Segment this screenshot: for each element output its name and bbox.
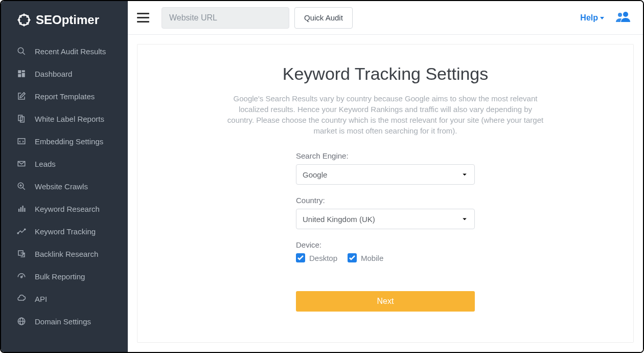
bar-chart-icon bbox=[16, 204, 27, 214]
settings-form: Search Engine: Google Country: United Ki… bbox=[296, 151, 475, 312]
sidebar-item-label: Dashboard bbox=[35, 70, 72, 78]
svg-rect-4 bbox=[22, 70, 25, 72]
sidebar-item-label: Leads bbox=[35, 160, 56, 168]
country-select[interactable]: United Kingdom (UK) bbox=[296, 209, 475, 229]
sidebar-item-dashboard[interactable]: Dashboard bbox=[1, 62, 128, 85]
sidebar-item-bulk-reporting[interactable]: Bulk Reporting bbox=[1, 265, 128, 288]
svg-point-19 bbox=[17, 233, 18, 234]
svg-point-27 bbox=[623, 12, 628, 17]
sidebar: SEOptimer Recent Audit Results Dashboard… bbox=[1, 1, 128, 352]
topbar: Quick Audit Help bbox=[128, 1, 643, 35]
sidebar-item-keyword-research[interactable]: Keyword Research bbox=[1, 197, 128, 220]
next-button[interactable]: Next bbox=[296, 291, 475, 312]
device-checkbox-row: Desktop Mobile bbox=[296, 253, 475, 262]
help-dropdown[interactable]: Help bbox=[580, 13, 604, 23]
search-engine-label: Search Engine: bbox=[296, 151, 475, 160]
sidebar-item-label: Backlink Research bbox=[35, 250, 98, 258]
country-label: Country: bbox=[296, 196, 475, 205]
svg-rect-18 bbox=[24, 208, 25, 212]
document-icon bbox=[16, 114, 27, 124]
sidebar-item-label: Domain Settings bbox=[35, 317, 91, 326]
sidebar-item-website-crawls[interactable]: Website Crawls bbox=[1, 175, 128, 197]
svg-rect-5 bbox=[22, 73, 25, 77]
svg-point-20 bbox=[25, 229, 26, 230]
trend-icon bbox=[16, 226, 27, 236]
settings-card: Keyword Tracking Settings Google's Searc… bbox=[137, 44, 634, 343]
svg-rect-9 bbox=[18, 139, 25, 144]
sidebar-item-label: API bbox=[35, 295, 47, 303]
search-plus-icon bbox=[16, 181, 27, 191]
sidebar-item-domain-settings[interactable]: Domain Settings bbox=[1, 310, 128, 333]
hamburger-icon[interactable] bbox=[137, 11, 151, 25]
mail-icon bbox=[16, 159, 27, 169]
svg-line-23 bbox=[21, 276, 23, 277]
device-label: Device: bbox=[296, 240, 475, 249]
desktop-checkbox[interactable] bbox=[296, 253, 305, 262]
svg-rect-17 bbox=[22, 206, 24, 212]
svg-rect-16 bbox=[20, 207, 21, 212]
svg-point-28 bbox=[618, 13, 622, 17]
svg-rect-15 bbox=[18, 209, 19, 212]
cloud-icon bbox=[16, 294, 27, 304]
content-area: Keyword Tracking Settings Google's Searc… bbox=[128, 35, 643, 352]
sidebar-item-label: Embedding Settings bbox=[35, 137, 103, 146]
sidebar-item-leads[interactable]: Leads bbox=[1, 152, 128, 175]
website-url-input[interactable] bbox=[162, 7, 289, 29]
link-icon bbox=[16, 249, 27, 259]
help-label: Help bbox=[580, 13, 598, 23]
sidebar-item-label: Keyword Research bbox=[35, 205, 100, 213]
sidebar-item-recent-audit-results[interactable]: Recent Audit Results bbox=[1, 40, 128, 62]
main: Quick Audit Help Keyword Tracking Settin… bbox=[128, 1, 643, 352]
sidebar-item-white-label-reports[interactable]: White Label Reports bbox=[1, 107, 128, 130]
sidebar-item-label: Recent Audit Results bbox=[35, 47, 106, 56]
sidebar-item-report-templates[interactable]: Report Templates bbox=[1, 85, 128, 107]
desktop-checkbox-item: Desktop bbox=[296, 253, 337, 262]
dashboard-icon bbox=[16, 69, 27, 79]
code-icon bbox=[16, 136, 27, 146]
mobile-label: Mobile bbox=[361, 254, 383, 262]
sidebar-item-label: Keyword Tracking bbox=[35, 227, 96, 236]
edit-icon bbox=[16, 91, 27, 101]
svg-line-12 bbox=[22, 187, 25, 190]
mobile-checkbox[interactable] bbox=[348, 253, 357, 262]
svg-rect-3 bbox=[18, 70, 21, 73]
profile-icon[interactable] bbox=[615, 11, 631, 25]
brand-logo[interactable]: SEOptimer bbox=[1, 1, 128, 37]
search-icon bbox=[16, 46, 27, 56]
globe-icon bbox=[16, 316, 27, 326]
desktop-label: Desktop bbox=[309, 254, 337, 262]
gauge-icon bbox=[16, 271, 27, 281]
sidebar-item-keyword-tracking[interactable]: Keyword Tracking bbox=[1, 220, 128, 242]
nav-list: Recent Audit Results Dashboard Report Te… bbox=[1, 40, 128, 333]
search-engine-select[interactable]: Google bbox=[296, 164, 475, 185]
svg-rect-6 bbox=[18, 74, 21, 77]
quick-audit-button[interactable]: Quick Audit bbox=[294, 7, 353, 29]
page-description: Google's Search Results vary by country … bbox=[227, 93, 544, 136]
sidebar-item-backlink-research[interactable]: Backlink Research bbox=[1, 242, 128, 265]
mobile-checkbox-item: Mobile bbox=[348, 253, 383, 262]
sidebar-item-label: Bulk Reporting bbox=[35, 272, 85, 281]
svg-line-2 bbox=[22, 52, 25, 55]
sidebar-item-api[interactable]: API bbox=[1, 288, 128, 310]
sidebar-item-label: White Label Reports bbox=[35, 115, 104, 123]
sidebar-item-label: Report Templates bbox=[35, 92, 95, 101]
page-title: Keyword Tracking Settings bbox=[158, 64, 613, 84]
svg-point-1 bbox=[18, 48, 24, 53]
sidebar-item-embedding-settings[interactable]: Embedding Settings bbox=[1, 130, 128, 152]
chevron-down-icon bbox=[600, 17, 604, 19]
brand-text: SEOptimer bbox=[36, 13, 99, 27]
sidebar-item-label: Website Crawls bbox=[35, 182, 88, 191]
